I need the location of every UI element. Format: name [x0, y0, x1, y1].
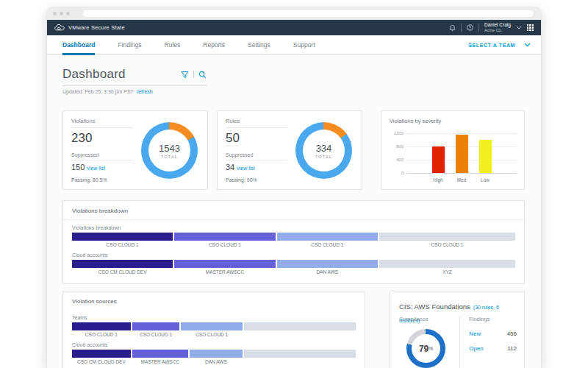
bar-segment — [244, 350, 356, 358]
segment-label: DAN AWS — [190, 359, 243, 364]
segment-label: MASTER AWSCC — [132, 359, 188, 364]
passing-rate: Passing: 90% — [226, 177, 257, 183]
segment-label: CSO CLOUD 1 — [72, 332, 131, 337]
breakdown-row-teams: Violations breakdown CSO CLOUD 1 CSO CLO… — [72, 225, 515, 247]
compliance-column: Compliance 79% — [399, 316, 460, 368]
breakdown-row-accounts: Cloud accounts CSO CM CLOUD DEV MASTER A… — [72, 252, 515, 275]
finding-open-link[interactable]: Open — [469, 345, 484, 352]
url-bar[interactable] — [83, 10, 534, 17]
view-list-link[interactable]: view list — [237, 166, 255, 171]
bar-segment — [277, 260, 378, 268]
help-icon[interactable] — [467, 24, 473, 31]
bar-segment — [277, 233, 378, 241]
refresh-link[interactable]: refresh — [137, 89, 153, 94]
rules-count: 50 — [226, 131, 287, 146]
segment-label — [244, 359, 356, 364]
finding-open-value: 112 — [507, 345, 517, 352]
notifications-bell-icon[interactable] — [449, 24, 456, 32]
bar-segment — [190, 350, 243, 358]
bar-segment — [72, 233, 173, 241]
finding-new-link[interactable]: New — [469, 330, 481, 337]
bar-med — [456, 135, 468, 173]
rules-card-title: Rules — [226, 118, 287, 128]
stacked-bar — [72, 350, 356, 358]
segment-label: DAN AWS — [277, 269, 378, 275]
team-selector[interactable]: SELECT A TEAM — [468, 43, 531, 48]
severity-card-title: Violations by severity — [390, 118, 441, 124]
stacked-bar — [72, 260, 515, 268]
sources-row-accounts: Cloud accounts CSO CM CLOUD DEV MASTER A… — [72, 342, 356, 364]
filter-icon[interactable] — [181, 71, 189, 79]
segment-label: CSO CLOUD 1 — [379, 242, 515, 247]
suppressed-label: Suppressed — [71, 152, 133, 160]
breakdown-row-label: Violations breakdown — [72, 225, 515, 230]
segment-label: CSO CLOUD 1 — [132, 332, 180, 337]
user-org: Acme Co. — [484, 28, 511, 33]
cis-card-title: CIS: AWS Foundations — [399, 302, 470, 311]
window-close-button[interactable] — [53, 12, 57, 15]
bar-segment — [379, 260, 515, 268]
user-menu[interactable]: Daniel Craig Acme Co. — [484, 22, 511, 33]
segment-label: MASTER AWSCC — [174, 269, 275, 275]
donut-total-value: 334 — [316, 143, 332, 154]
violations-donut-chart: 1543 TOTAL — [141, 122, 198, 179]
violations-breakdown-card: Violations breakdown Violations breakdow… — [62, 200, 525, 284]
user-name: Daniel Craig — [484, 22, 511, 28]
bar-segment — [132, 350, 188, 358]
tab-support[interactable]: Support — [293, 35, 315, 55]
tab-rules[interactable]: Rules — [165, 35, 181, 55]
app-header: VMware Secure State Daniel Craig Acme C — [47, 20, 541, 35]
window-chrome — [47, 7, 541, 20]
segment-label: XYZ — [379, 269, 515, 275]
bar-segment — [379, 233, 515, 241]
browser-window: VMware Secure State Daniel Craig Acme C — [47, 7, 541, 368]
compliance-percent-unit: % — [429, 346, 433, 351]
tab-dashboard[interactable]: Dashboard — [62, 35, 95, 55]
cloud-shield-logo-icon — [54, 24, 65, 32]
page-heading: Dashboard Updated: Feb 25, 3:30 pm PSTre… — [62, 67, 207, 94]
violations-card-title: Violations — [71, 118, 133, 128]
main-nav: Dashboard Findings Rules Reports Setting… — [47, 35, 541, 55]
window-maximize-button[interactable] — [66, 12, 70, 15]
severity-card: Violations by severity 1200 800 400 0 Hi… — [381, 110, 525, 190]
breakdown-row-label: Cloud accounts — [72, 252, 515, 258]
bar-segment — [174, 260, 275, 268]
dashboard-content: Dashboard Updated: Feb 25, 3:30 pm PSTre… — [47, 55, 541, 368]
sources-row-label: Cloud accounts — [72, 342, 356, 347]
breakdown-card-title: Violations breakdown — [63, 201, 524, 220]
compliance-label: Compliance — [399, 316, 459, 322]
window-minimize-button[interactable] — [60, 12, 63, 15]
bar-segment — [132, 322, 180, 330]
sources-card-title: Violation sources — [63, 291, 365, 310]
bar-low — [479, 140, 492, 173]
findings-column: Findings New 456 Open 112 — [460, 316, 517, 368]
stacked-bar — [72, 322, 356, 330]
tab-settings[interactable]: Settings — [248, 35, 270, 55]
violation-sources-card: Violation sources Teams CSO CLOUD 1 CSO … — [62, 291, 365, 368]
compliance-percent: 79 — [419, 344, 429, 354]
tab-findings[interactable]: Findings — [118, 35, 141, 55]
segment-label — [244, 332, 356, 337]
view-list-link[interactable]: view list — [87, 166, 105, 171]
segment-label: CSO CM CLOUD DEV — [72, 359, 131, 364]
tab-reports[interactable]: Reports — [203, 35, 225, 55]
chevron-down-icon[interactable] — [516, 26, 522, 29]
sources-row-label: Teams — [72, 315, 356, 320]
app-switcher-grid-icon[interactable] — [527, 24, 534, 31]
segment-label: CSO CLOUD 1 — [174, 242, 275, 247]
suppressed-count: 150 — [71, 163, 85, 171]
header-divider — [461, 24, 462, 32]
compliance-donut-chart: 79% — [406, 329, 445, 368]
bar-segment — [181, 322, 243, 330]
segment-label: CSO CLOUD 1 — [277, 242, 378, 247]
suppressed-count: 34 — [226, 163, 234, 171]
team-selector-label: SELECT A TEAM — [468, 43, 515, 48]
x-axis-label: Med — [457, 177, 467, 183]
suppressed-label: Suppressed — [226, 152, 287, 160]
cis-aws-foundations-card: CIS: AWS Foundations(30 rules, 6 disable… — [390, 291, 525, 368]
rules-card: Rules 50 Suppressed 34view list Passing:… — [217, 110, 362, 190]
brand-title: VMware Secure State — [68, 24, 125, 31]
segment-label: CSO CLOUD 1 — [72, 242, 173, 247]
findings-label: Findings — [469, 316, 517, 322]
search-icon[interactable] — [198, 71, 207, 79]
